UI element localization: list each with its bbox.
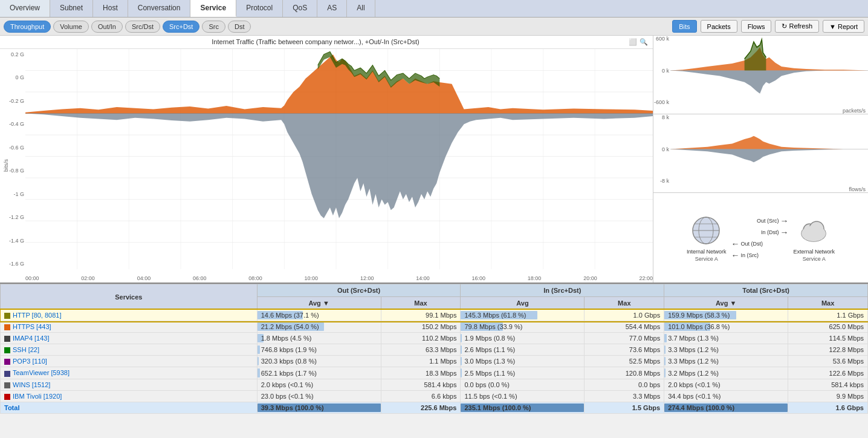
chart-zoom-icon[interactable]: 🔍 xyxy=(640,38,648,46)
table-row[interactable]: IBM Tivoli [1920]23.0 bps (<0.1 %)6.6 kb… xyxy=(1,390,868,402)
value-cell: 99.1 Mbps xyxy=(381,310,461,321)
value-cell: 6.6 kbps xyxy=(381,390,461,402)
out-dst-arrow: ← Out (Dst) xyxy=(731,239,789,249)
tab-subnet[interactable]: Subnet xyxy=(50,0,93,17)
table-row[interactable]: IMAP4 [143]1.8 Mbps (4.5 %)110.2 Mbps1.9… xyxy=(1,333,868,344)
service-name-cell: HTTP [80, 8081] xyxy=(1,310,257,321)
value-cell: 581.4 kbps xyxy=(381,379,461,390)
bar-cell: 3.3 Mbps (1.2 %) xyxy=(664,344,788,356)
value-cell: 1.5 Gbps xyxy=(585,402,664,413)
cell-value: 34.4 bps (<0.1 %) xyxy=(668,393,721,400)
col-in-avg: Avg xyxy=(461,297,585,310)
col-total-max: Max xyxy=(788,297,868,310)
service-color-dot xyxy=(4,336,10,342)
btn-src-dst[interactable]: Src/Dst xyxy=(125,21,160,33)
tab-conversation[interactable]: Conversation xyxy=(128,0,191,17)
service-name-link[interactable]: IBM Tivoli [1920] xyxy=(13,393,62,400)
service-color-dot xyxy=(4,359,10,365)
btn-dst[interactable]: Dst xyxy=(228,21,251,33)
table-row[interactable]: Total39.3 Mbps (100.0 %)225.6 Mbps235.1 … xyxy=(1,402,868,413)
table-body: HTTP [80, 8081]14.6 Mbps (37.1 %)99.1 Mb… xyxy=(1,310,868,414)
cell-value: 2.6 Mbps (1.1 %) xyxy=(464,346,515,353)
tab-as[interactable]: AS xyxy=(317,0,347,17)
value-cell: 625.0 Mbps xyxy=(788,321,868,333)
bar-fill xyxy=(664,357,666,365)
service-name-link[interactable]: SSH [22] xyxy=(13,346,39,353)
tab-service[interactable]: Service xyxy=(190,0,236,17)
col-header-in: In (Src+Dst) xyxy=(461,284,664,297)
service-name-link[interactable]: TeamViewer [5938] xyxy=(13,369,70,376)
tab-overview[interactable]: Overview xyxy=(0,0,50,17)
service-name-cell: POP3 [110] xyxy=(1,356,257,367)
chart-title: Internet Traffic (Traffic between compan… xyxy=(0,36,653,49)
external-network-cloud xyxy=(797,214,831,247)
tab-protocol[interactable]: Protocol xyxy=(236,0,283,17)
btn-src-plus-dst[interactable]: Src+Dst xyxy=(163,21,199,33)
tab-all[interactable]: All xyxy=(347,0,375,17)
service-name-link[interactable]: Total xyxy=(4,404,19,411)
btn-bits[interactable]: Bits xyxy=(672,20,696,33)
bar-fill xyxy=(664,334,667,342)
service-name-link[interactable]: HTTPS [443] xyxy=(13,323,51,330)
in-dst-arrow: In (Dst) → xyxy=(731,227,789,237)
refresh-button[interactable]: ↻ Refresh xyxy=(775,20,819,33)
cell-value: 79.8 Mbps (33.9 %) xyxy=(464,323,522,330)
service-color-dot xyxy=(4,382,10,388)
btn-packets[interactable]: Packets xyxy=(701,20,737,33)
value-cell: 77.0 Mbps xyxy=(585,333,664,344)
table-row[interactable]: HTTP [80, 8081]14.6 Mbps (37.1 %)99.1 Mb… xyxy=(1,310,868,321)
tab-qos[interactable]: QoS xyxy=(283,0,317,17)
service-name-link[interactable]: POP3 [110] xyxy=(13,358,47,365)
btn-flows[interactable]: Flows xyxy=(741,20,772,33)
tab-host[interactable]: Host xyxy=(93,0,128,17)
service-color-dot xyxy=(4,324,10,330)
chart-plot-area[interactable] xyxy=(25,49,653,269)
service-name-link[interactable]: WINS [1512] xyxy=(13,381,50,388)
cell-value: 235.1 Mbps (100.0 %) xyxy=(464,404,531,411)
service-name-cell: SSH [22] xyxy=(1,344,257,356)
internal-network-globe xyxy=(690,214,723,247)
service-name-cell: IMAP4 [143] xyxy=(1,333,257,344)
chart-expand-icon[interactable]: ⬜ xyxy=(629,38,637,46)
value-cell: 110.2 Mbps xyxy=(381,333,461,344)
chart-svg xyxy=(25,49,653,269)
cell-value: 3.7 Mbps (1.3 %) xyxy=(668,335,719,342)
table-row[interactable]: HTTPS [443]21.2 Mbps (54.0 %)150.2 Mbps7… xyxy=(1,321,868,333)
value-cell: 554.4 Mbps xyxy=(585,321,664,333)
bar-cell: 2.5 Mbps (1.1 %) xyxy=(461,367,585,379)
btn-src[interactable]: Src xyxy=(202,21,225,33)
col-header-services: Services xyxy=(1,284,257,310)
service-color-dot xyxy=(4,347,10,353)
cell-value: 101.0 Mbps (36.8 %) xyxy=(668,323,730,330)
col-out-max: Max xyxy=(381,297,461,310)
table-row[interactable]: SSH [22]746.8 kbps (1.9 %)63.3 Mbps2.6 M… xyxy=(1,344,868,356)
value-cell: 1.1 Mbps xyxy=(381,356,461,367)
table-row[interactable]: TeamViewer [5938]652.1 kbps (1.7 %)18.3 … xyxy=(1,367,868,379)
x-axis: 00:00 02:00 04:00 06:00 08:00 10:00 12:0… xyxy=(25,274,653,283)
report-button[interactable]: ▼ Report xyxy=(823,20,864,33)
btn-out-in[interactable]: Out/In xyxy=(91,21,123,33)
btn-volume[interactable]: Volume xyxy=(53,21,89,33)
data-table: Services Out (Src+Dst) In (Src+Dst) Tota… xyxy=(0,283,868,438)
table-row[interactable]: POP3 [110]320.3 kbps (0.8 %)1.1 Mbps3.0 … xyxy=(1,356,868,367)
bar-cell: 274.4 Mbps (100.0 %) xyxy=(664,402,788,413)
bar-fill xyxy=(257,357,259,365)
bar-cell: 3.3 Mbps (1.2 %) xyxy=(664,356,788,367)
service-name-link[interactable]: IMAP4 [143] xyxy=(13,335,50,342)
cell-value: 3.3 Mbps (1.2 %) xyxy=(668,346,719,353)
cell-value: 1.8 Mbps (4.5 %) xyxy=(261,335,312,342)
bar-cell: 11.5 bps (<0.1 %) xyxy=(461,390,585,402)
col-header-out: Out (Src+Dst) xyxy=(257,284,461,297)
bar-fill xyxy=(257,368,260,377)
packets-plot xyxy=(670,36,868,105)
value-cell: 9.9 Mbps xyxy=(788,390,868,402)
cell-value: 2.0 kbps (<0.1 %) xyxy=(668,381,721,388)
service-name-link[interactable]: HTTP [80, 8081] xyxy=(13,312,62,319)
out-src-arrow: Out (Src) → xyxy=(731,216,789,226)
cell-value: 652.1 kbps (1.7 %) xyxy=(261,370,317,377)
bar-cell: 145.3 Mbps (61.8 %) xyxy=(461,310,585,321)
value-cell: 63.3 Mbps xyxy=(381,344,461,356)
value-cell: 73.6 Mbps xyxy=(585,344,664,356)
table-row[interactable]: WINS [1512]2.0 kbps (<0.1 %)581.4 kbps0.… xyxy=(1,379,868,390)
btn-throughput[interactable]: Throughput xyxy=(4,21,51,33)
